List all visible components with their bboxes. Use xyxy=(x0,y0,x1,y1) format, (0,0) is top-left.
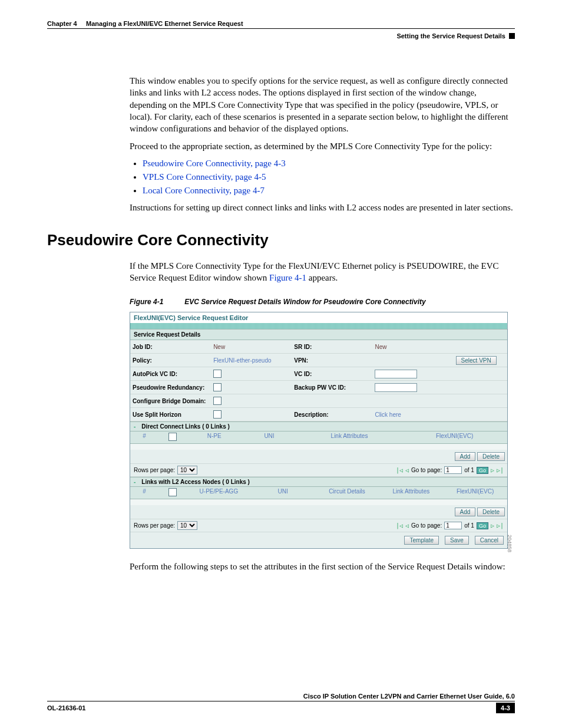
rows-per-page-select[interactable]: 10 xyxy=(177,466,197,475)
l2-links-label: Links with L2 Access Nodes ( 0 Links ) xyxy=(141,479,250,485)
direct-links-header[interactable]: -Direct Connect Links ( 0 Links ) xyxy=(130,421,507,431)
col-uni[interactable]: UNI xyxy=(242,431,296,443)
pwr-checkbox[interactable] xyxy=(213,383,222,391)
l2-delete-button[interactable]: Delete xyxy=(477,508,505,516)
pager-next-icon[interactable]: ▷ xyxy=(491,522,494,529)
pager-prev-icon[interactable]: ◁ xyxy=(405,467,409,473)
l2-pager: Rows per page: 10 |◁ ◁ Go to page: of 1 … xyxy=(130,519,507,532)
backup-label: Backup PW VC ID: xyxy=(292,381,372,394)
direct-add-button[interactable]: Add xyxy=(455,452,476,461)
ush-checkbox[interactable] xyxy=(213,410,222,419)
page-header: Chapter 4 Managing a FlexUNI/EVC Etherne… xyxy=(47,18,515,29)
link-vpls[interactable]: VPLS Core Connectivity, page 4-5 xyxy=(143,172,266,182)
rows-per-page-label: Rows per page: xyxy=(134,467,175,473)
pager-first-icon[interactable]: |◁ xyxy=(396,467,403,473)
figure-title: EVC Service Request Details Window for P… xyxy=(184,298,425,306)
col-linkattr[interactable]: Link Attributes xyxy=(379,487,443,499)
backup-input[interactable] xyxy=(375,383,417,392)
cancel-button[interactable]: Cancel xyxy=(475,536,504,545)
collapse-icon: - xyxy=(134,479,135,485)
section-text-b: appears. xyxy=(306,273,338,282)
direct-links-label: Direct Connect Links ( 0 Links ) xyxy=(141,423,229,430)
figure-caption: Figure 4-1 EVC Service Request Details W… xyxy=(130,298,515,306)
page-footer: Cisco IP Solution Center L2VPN and Carri… xyxy=(47,693,515,713)
direct-pager: Rows per page: 10 |◁ ◁ Go to page: of 1 … xyxy=(130,464,507,477)
jobid-value: New xyxy=(211,340,292,354)
vpn-label: VPN: xyxy=(292,354,372,367)
policy-label: Policy: xyxy=(130,354,211,367)
intro-paragraph-1: This window enables you to specify optio… xyxy=(130,75,515,134)
srid-label: SR ID: xyxy=(292,340,372,354)
goto-label: Go to page: xyxy=(411,522,442,529)
header-section: Setting the Service Request Details xyxy=(47,32,515,39)
footer-doc-title: Cisco IP Solution Center L2VPN and Carri… xyxy=(47,693,515,700)
section-heading: Pseudowire Core Connectivity xyxy=(47,231,515,249)
goto-label: Go to page: xyxy=(411,467,442,473)
figure-link[interactable]: Figure 4-1 xyxy=(269,273,306,282)
save-button[interactable]: Save xyxy=(445,536,469,545)
of-label: of 1 xyxy=(464,467,474,473)
rows-per-page-select[interactable]: 10 xyxy=(177,521,197,530)
direct-add-del-row: Add Delete xyxy=(130,450,507,464)
go-button[interactable]: Go xyxy=(477,467,488,474)
direct-delete-button[interactable]: Delete xyxy=(477,452,505,461)
page-number: 4-3 xyxy=(496,703,515,713)
policy-value[interactable]: FlexUNI-ether-pseudo xyxy=(211,354,292,367)
vcid-label: VC ID: xyxy=(292,367,372,381)
vcid-input[interactable] xyxy=(375,370,417,378)
col-check[interactable] xyxy=(168,433,177,441)
l2-add-del-row: Add Delete xyxy=(130,505,507,519)
col-upe[interactable]: U-PE/PE-AGG xyxy=(187,487,251,499)
chapter-label: Chapter 4 xyxy=(47,20,77,27)
form-grid: Job ID: New SR ID: New Policy: FlexUNI-e… xyxy=(130,340,507,421)
autopick-checkbox[interactable] xyxy=(213,370,222,378)
footer-doc-id: OL-21636-01 xyxy=(47,704,85,711)
evc-editor-screenshot: FlexUNI(EVC) Service Request Editor Serv… xyxy=(130,312,508,549)
desc-label: Description: xyxy=(292,408,372,421)
header-marker-icon xyxy=(509,33,515,39)
chapter-title: Managing a FlexUNI/EVC Ethernet Service … xyxy=(86,20,243,27)
direct-table-head: # N-PE UNI Link Attributes FlexUNI(EVC) xyxy=(130,431,507,444)
col-uni[interactable]: UNI xyxy=(251,487,315,499)
col-flexuni[interactable]: FlexUNI(EVC) xyxy=(443,487,507,499)
srd-label: Service Request Details xyxy=(130,329,507,340)
pager-first-icon[interactable]: |◁ xyxy=(396,522,403,529)
l2-add-button[interactable]: Add xyxy=(455,508,476,516)
l2-links-header[interactable]: -Links with L2 Access Nodes ( 0 Links ) xyxy=(130,477,507,487)
col-num: # xyxy=(130,487,158,499)
after-figure-paragraph: Perform the following steps to set the a… xyxy=(130,561,515,572)
go-button[interactable]: Go xyxy=(477,522,488,529)
pager-next-icon[interactable]: ▷ xyxy=(491,467,494,473)
col-flexuni[interactable]: FlexUNI(EVC) xyxy=(402,431,507,443)
image-number: 204858 xyxy=(507,535,513,552)
jobid-label: Job ID: xyxy=(130,340,211,354)
col-check[interactable] xyxy=(168,488,177,496)
autopick-label: AutoPick VC ID: xyxy=(130,367,211,381)
pager-last-icon[interactable]: ▷| xyxy=(497,522,504,529)
of-label: of 1 xyxy=(464,522,474,529)
intro-paragraph-2: Proceed to the appropriate section, as d… xyxy=(130,140,515,152)
desc-clickhere[interactable]: Click here xyxy=(372,408,453,421)
col-npe[interactable]: N-PE xyxy=(187,431,242,443)
link-pseudowire[interactable]: Pseudowire Core Connectivity, page 4-3 xyxy=(143,159,286,168)
goto-input[interactable] xyxy=(444,522,462,529)
intro-paragraph-3: Instructions for setting up direct conne… xyxy=(130,202,515,213)
pager-prev-icon[interactable]: ◁ xyxy=(405,522,409,529)
col-linkattr[interactable]: Link Attributes xyxy=(297,431,402,443)
goto-input[interactable] xyxy=(444,466,462,474)
collapse-icon: - xyxy=(134,423,135,430)
l2-table-head: # U-PE/PE-AGG UNI Circuit Details Link A… xyxy=(130,487,507,499)
cbd-label: Configure Bridge Domain: xyxy=(130,394,211,408)
vpn-value xyxy=(372,354,453,367)
section-paragraph: If the MPLS Core Connectivity Type for t… xyxy=(130,260,515,284)
cbd-checkbox[interactable] xyxy=(213,397,222,405)
direct-table-body xyxy=(130,444,507,450)
select-vpn-button[interactable]: Select VPN xyxy=(456,356,497,365)
pager-last-icon[interactable]: ▷| xyxy=(497,467,504,473)
template-button[interactable]: Template xyxy=(404,536,439,545)
link-local[interactable]: Local Core Connectivity, page 4-7 xyxy=(143,186,265,195)
col-circuit[interactable]: Circuit Details xyxy=(315,487,379,499)
editor-footer-buttons: Template Save Cancel xyxy=(130,532,507,548)
l2-table-body xyxy=(130,499,507,505)
decorative-hatch xyxy=(130,323,507,329)
